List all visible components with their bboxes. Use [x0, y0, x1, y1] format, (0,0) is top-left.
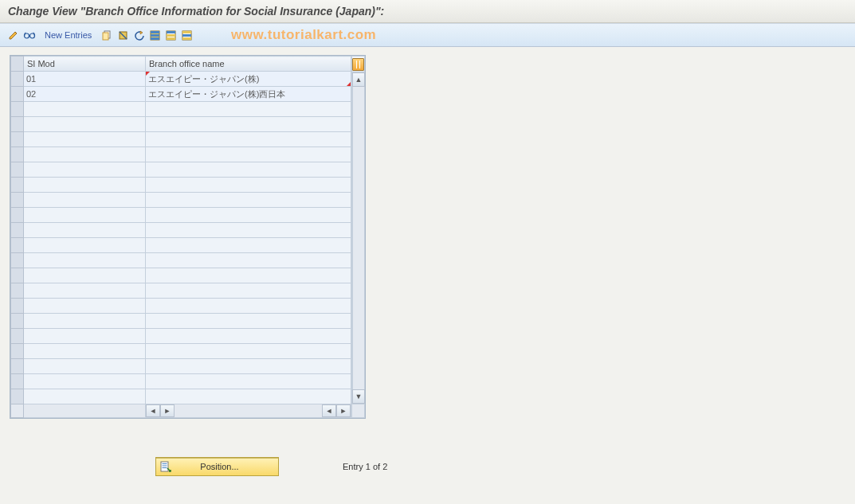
- row-selector[interactable]: [11, 223, 24, 238]
- row-selector[interactable]: [11, 344, 24, 359]
- scroll-right-icon[interactable]: ►: [160, 404, 175, 417]
- app-toolbar: New Entries www.tutorialkart.com: [0, 23, 855, 47]
- select-all-rows-header[interactable]: [11, 57, 24, 72]
- cell-si-mod[interactable]: [24, 147, 146, 162]
- glasses-icon[interactable]: [22, 28, 37, 42]
- cell-si-mod[interactable]: [24, 374, 146, 389]
- cell-branch-name[interactable]: [146, 314, 351, 329]
- cell-branch-name[interactable]: [146, 223, 351, 238]
- deselect-all-icon[interactable]: [179, 28, 194, 42]
- cell-branch-name[interactable]: [146, 253, 351, 268]
- cell-si-mod[interactable]: [24, 253, 146, 268]
- cell-branch-name[interactable]: [146, 283, 351, 299]
- cell-si-mod[interactable]: [24, 238, 146, 253]
- svg-rect-17: [161, 462, 168, 471]
- cell-branch-name[interactable]: [146, 102, 351, 117]
- svg-rect-6: [151, 31, 159, 33]
- cell-si-mod[interactable]: [24, 178, 146, 193]
- scroll-left-end-icon[interactable]: ◄: [322, 404, 336, 417]
- svg-rect-11: [167, 34, 175, 37]
- row-selector[interactable]: [11, 72, 24, 87]
- cell-si-mod[interactable]: [24, 193, 146, 208]
- cell-si-mod[interactable]: [24, 283, 146, 299]
- cell-branch-name[interactable]: [146, 329, 351, 344]
- position-icon: [159, 460, 172, 473]
- new-entries-button[interactable]: New Entries: [38, 30, 98, 40]
- cell-si-mod[interactable]: 02: [24, 87, 146, 102]
- svg-rect-3: [103, 33, 108, 40]
- row-selector[interactable]: [11, 87, 24, 102]
- row-selector[interactable]: [11, 283, 24, 299]
- scroll-track[interactable]: [352, 87, 365, 389]
- row-selector[interactable]: [11, 374, 24, 389]
- row-selector[interactable]: [11, 162, 24, 178]
- data-table: SI Mod Branch office name 01エスエイピー・ジャパン(…: [10, 55, 366, 419]
- row-selector[interactable]: [11, 178, 24, 193]
- cell-branch-name[interactable]: [146, 193, 351, 208]
- cell-branch-name[interactable]: [146, 178, 351, 193]
- row-selector[interactable]: [11, 132, 24, 147]
- cell-branch-name[interactable]: [146, 238, 351, 253]
- cell-si-mod[interactable]: 01: [24, 72, 146, 87]
- column-header-si-mod[interactable]: SI Mod: [24, 57, 146, 72]
- position-button[interactable]: Position...: [155, 457, 279, 476]
- row-selector[interactable]: [11, 389, 24, 404]
- row-selector[interactable]: [11, 359, 24, 374]
- row-selector[interactable]: [11, 299, 24, 314]
- row-selector[interactable]: [11, 253, 24, 268]
- scroll-left-icon[interactable]: ◄: [146, 404, 160, 417]
- horizontal-scrollbar[interactable]: ◄ ► ◄ ►: [146, 404, 351, 417]
- cell-si-mod[interactable]: [24, 223, 146, 238]
- cell-branch-name[interactable]: [146, 132, 351, 147]
- cell-branch-name[interactable]: [146, 208, 351, 223]
- cell-si-mod[interactable]: [24, 162, 146, 178]
- cell-si-mod[interactable]: [24, 299, 146, 314]
- cell-si-mod[interactable]: [24, 268, 146, 283]
- row-selector[interactable]: [11, 193, 24, 208]
- cell-branch-name[interactable]: [146, 299, 351, 314]
- cell-si-mod[interactable]: [24, 117, 146, 132]
- row-selector[interactable]: [11, 314, 24, 329]
- scroll-right-end-icon[interactable]: ►: [336, 404, 351, 417]
- delete-icon[interactable]: [116, 28, 130, 42]
- cell-branch-name[interactable]: [146, 162, 351, 178]
- select-all-icon[interactable]: [147, 28, 162, 42]
- scroll-down-icon[interactable]: ▼: [352, 389, 365, 404]
- row-selector[interactable]: [11, 147, 24, 162]
- row-selector[interactable]: [11, 117, 24, 132]
- configure-columns-icon[interactable]: [352, 56, 365, 72]
- cell-branch-name[interactable]: [146, 147, 351, 162]
- svg-rect-19: [163, 466, 167, 467]
- cell-si-mod[interactable]: [24, 102, 146, 117]
- cell-si-mod[interactable]: [24, 329, 146, 344]
- svg-rect-20: [163, 467, 167, 468]
- cell-branch-name[interactable]: [146, 359, 351, 374]
- cell-branch-name[interactable]: [146, 344, 351, 359]
- cell-branch-name[interactable]: [146, 117, 351, 132]
- cell-branch-name[interactable]: [146, 374, 351, 389]
- row-selector[interactable]: [11, 238, 24, 253]
- svg-rect-18: [163, 463, 167, 464]
- cell-si-mod[interactable]: [24, 359, 146, 374]
- cell-si-mod[interactable]: [24, 208, 146, 223]
- svg-rect-7: [151, 34, 159, 37]
- cell-si-mod[interactable]: [24, 389, 146, 404]
- cell-si-mod[interactable]: [24, 314, 146, 329]
- row-selector[interactable]: [11, 268, 24, 283]
- column-header-branch-name[interactable]: Branch office name: [146, 57, 351, 72]
- row-selector[interactable]: [11, 329, 24, 344]
- scroll-up-icon[interactable]: ▲: [352, 72, 365, 87]
- cell-branch-name[interactable]: [146, 268, 351, 283]
- cell-si-mod[interactable]: [24, 344, 146, 359]
- undo-icon[interactable]: [131, 28, 146, 42]
- select-block-icon[interactable]: [163, 28, 178, 42]
- copy-icon[interactable]: [100, 28, 114, 42]
- row-selector[interactable]: [11, 102, 24, 117]
- cell-branch-name[interactable]: エスエイピー・ジャパン(株): [146, 72, 351, 87]
- vertical-scrollbar[interactable]: ▲ ▼: [351, 56, 365, 418]
- toggle-edit-icon[interactable]: [6, 28, 21, 42]
- cell-branch-name[interactable]: [146, 389, 351, 404]
- cell-si-mod[interactable]: [24, 132, 146, 147]
- row-selector[interactable]: [11, 208, 24, 223]
- cell-branch-name[interactable]: エスエイピー・ジャパン(株)西日本: [146, 87, 351, 102]
